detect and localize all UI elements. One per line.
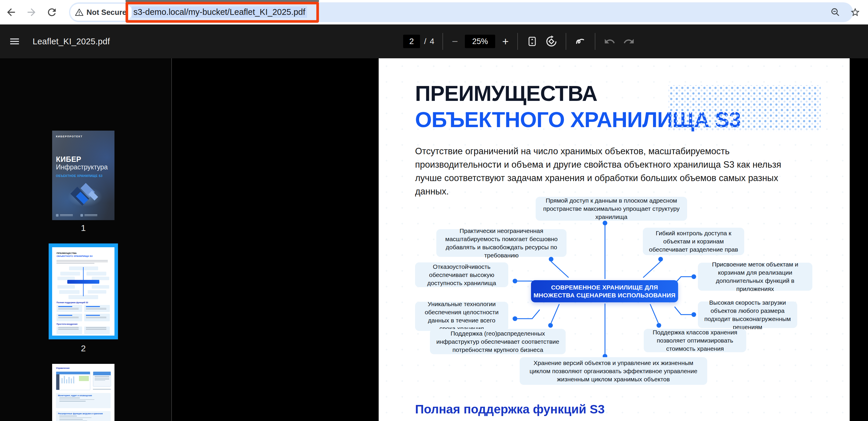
dots-decoration	[669, 85, 820, 131]
page-title-line-1: ПРЕИМУЩЕСТВА	[415, 81, 597, 106]
diagram-node-top: Прямой доступ к данным в плоском адресно…	[536, 197, 687, 221]
diagram-node-left-3: Уникальные технологии обеспечения целост…	[415, 302, 508, 331]
intro-paragraph: Отсутствие ограничений на число хранимых…	[415, 145, 800, 198]
mini-panel-monitoring: Мониторинг, аудит и оповещения	[56, 393, 111, 408]
thumbnail-page-2-content: ПРЕИМУЩЕСТВА ОБЪЕКТНОГО ХРАНИЛИЩА S3 Пол…	[52, 247, 115, 336]
thumbnail-page-2-selected[interactable]: ПРЕИМУЩЕСТВА ОБЪЕКТНОГО ХРАНИЛИЩА S3 Пол…	[49, 244, 118, 339]
diagram-node-right-1: Гибкий контроль доступа к объектам и кор…	[643, 228, 744, 255]
diagram-center-node: СОВРЕМЕННОЕ ХРАНИЛИЩЕ ДЛЯ МНОЖЕСТВА СЦЕН…	[531, 280, 678, 302]
cover-title-1: КИБЕР	[56, 155, 81, 164]
mini-panel-upload: Расширенные функции загрузки и хранения	[56, 411, 111, 421]
security-label: Not Secure	[87, 8, 126, 17]
thumbnail-page-3[interactable]: Управление Мониторинг, аудит и оповещени…	[52, 364, 115, 421]
diagram-node-left-1: Практически неограниченная масштабируемо…	[436, 229, 566, 257]
zoom-out-button[interactable]: −	[451, 35, 459, 48]
diagram-node-left-2: Отказоустойчивость обеспечивает высокую …	[415, 262, 508, 287]
browser-toolbar: Not Secure s3-demo.local/my-bucket/Leafl…	[0, 0, 868, 25]
section-heading: Полная поддержка функций S3	[415, 402, 605, 416]
bookmark-star-icon[interactable]	[850, 7, 861, 18]
diagram-node-bottom: Хранение версий объектов и управление их…	[520, 357, 707, 385]
annotation-top-strip	[126, 0, 319, 2]
undo-icon	[604, 35, 616, 47]
mini-console-screenshot	[56, 371, 90, 390]
mini-title-2: ОБЪЕКТНОГО ХРАНИЛИЩА S3	[57, 255, 92, 257]
diagram-node-right-3: Высокая скорость загрузки объектов любог…	[698, 302, 797, 328]
mini-diagram-center	[67, 280, 99, 284]
menu-button[interactable]	[7, 34, 22, 48]
reload-button[interactable]	[45, 5, 59, 19]
rotate-button[interactable]	[545, 35, 558, 48]
forward-arrow-icon	[26, 6, 37, 18]
hamburger-icon	[9, 35, 21, 47]
document-title: Leaflet_KI_2025.pdf	[33, 25, 110, 58]
undo-button[interactable]	[603, 35, 616, 48]
pdf-controls: 2 / 4 − 25% +	[403, 25, 636, 58]
reload-icon	[46, 6, 58, 18]
toolbar-separator	[442, 33, 443, 50]
cover-title-2: Инфраструктура	[56, 163, 108, 171]
thumbnail-sidebar: КИБЕРПРОТЕКТ КИБЕР Инфраструктура ОБЪЕКТ…	[0, 58, 171, 421]
thumbnail-page-1-label: 1	[52, 223, 115, 233]
mini-section-heading-1: Полная поддержка функций S3	[57, 302, 88, 304]
toolbar-separator	[566, 33, 566, 50]
fit-to-page-icon	[526, 35, 538, 47]
site-security-chip[interactable]: Not Secure	[70, 4, 132, 21]
application-window: Not Secure s3-demo.local/my-bucket/Leafl…	[0, 0, 868, 421]
forward-button[interactable]	[25, 5, 38, 19]
cover-brand: КИБЕРПРОТЕКТ	[56, 135, 83, 138]
back-arrow-icon	[5, 6, 17, 18]
mini-title-1: ПРЕИМУЩЕСТВА	[57, 252, 76, 255]
url-text[interactable]: s3-demo.local/my-bucket/Leaflet_KI_2025.…	[132, 6, 307, 18]
page-count: / 4	[424, 37, 435, 46]
mini-api-caption	[93, 389, 111, 390]
draw-squiggle-icon	[574, 35, 587, 48]
cover-subtitle: ОБЪЕКТНОЕ ХРАНИЛИЩЕ S3	[56, 174, 102, 177]
diagram-node-right-4: Поддержка классов хранения позволяет опт…	[644, 329, 746, 352]
page-number-input[interactable]: 2	[403, 35, 420, 48]
annotate-button[interactable]	[574, 35, 587, 48]
pdf-page-2: ПРЕИМУЩЕСТВА ОБЪЕКТНОГО ХРАНИЛИЩА S3 Отс…	[379, 58, 850, 421]
diagram-node-right-2: Присвоение меток объектам и корзинам для…	[698, 263, 812, 291]
toolbar-separator	[595, 33, 595, 50]
mini-heading-management: Управление	[56, 367, 70, 369]
toolbar-separator	[517, 33, 518, 50]
fit-to-page-button[interactable]	[525, 35, 539, 48]
cover-badges	[56, 214, 111, 217]
diagram-node-left-4: Поддержка (гео)распределенных инфраструк…	[430, 329, 566, 354]
page-zoom-indicator-icon[interactable]	[830, 7, 841, 18]
redo-button[interactable]	[622, 35, 636, 48]
thumbnail-page-2-label: 2	[52, 343, 115, 353]
warning-triangle-icon	[75, 8, 84, 17]
zoom-in-button[interactable]: +	[501, 35, 510, 48]
redo-icon	[623, 35, 635, 47]
pdf-viewport: ПРЕИМУЩЕСТВА ОБЪЕКТНОГО ХРАНИЛИЩА S3 Отс…	[172, 58, 868, 421]
back-button[interactable]	[4, 5, 18, 19]
rotate-icon	[545, 35, 558, 48]
thumbnail-page-1[interactable]: КИБЕРПРОТЕКТ КИБЕР Инфраструктура ОБЪЕКТ…	[52, 131, 115, 220]
zoom-level[interactable]: 25%	[465, 35, 495, 48]
mini-code-screenshot	[93, 371, 111, 387]
pdf-toolbar: Leaflet_KI_2025.pdf 2 / 4 − 25% +	[0, 25, 868, 58]
mini-section-heading-2: Простота внедрения	[57, 323, 78, 325]
